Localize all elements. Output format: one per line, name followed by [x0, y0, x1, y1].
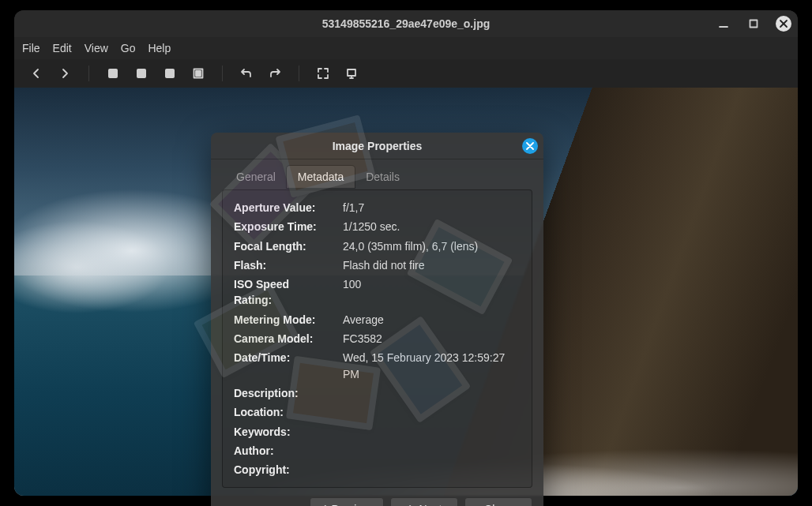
metadata-label: Date/Time:: [234, 350, 327, 382]
metadata-label: Location:: [234, 404, 327, 420]
metadata-row: Metering Mode:Average: [234, 310, 521, 329]
chevron-right-icon: [58, 67, 71, 80]
metadata-value: Flash did not fire: [343, 257, 425, 273]
menu-edit[interactable]: Edit: [53, 42, 72, 54]
metadata-label: Exposure Time:: [234, 219, 327, 234]
tab-metadata[interactable]: Metadata: [287, 166, 355, 188]
svg-rect-8: [141, 71, 142, 76]
menu-view[interactable]: View: [85, 42, 108, 54]
metadata-label: Focal Length:: [234, 238, 327, 254]
close-window-button[interactable]: [776, 16, 791, 32]
next-label: Next: [419, 503, 442, 506]
metadata-row: Camera Model:FC3582: [234, 329, 521, 348]
zoom-original-button[interactable]: [159, 62, 181, 84]
separator: [88, 66, 89, 81]
window-title: 53149855216_29ae47e09e_o.jpg: [322, 17, 491, 30]
metadata-value: 100: [343, 276, 361, 309]
close-icon: [777, 17, 790, 30]
metadata-label: Copyright:: [234, 462, 327, 478]
metadata-row: Copyright:: [234, 460, 521, 479]
metadata-row: Location:: [234, 403, 521, 422]
maximize-icon: [747, 17, 760, 30]
menu-help[interactable]: Help: [148, 42, 171, 54]
previous-image-button[interactable]: [25, 62, 47, 84]
metadata-row: Keywords:: [234, 422, 521, 441]
maximize-button[interactable]: [746, 16, 761, 32]
dialog-tabs: General Metadata Details: [211, 159, 543, 188]
rotate-right-icon: [269, 67, 281, 80]
zoom-in-button[interactable]: [130, 62, 152, 84]
window-titlebar: 53149855216_29ae47e09e_o.jpg: [14, 10, 798, 37]
close-label: Close: [484, 503, 513, 506]
metadata-row: Author:: [234, 441, 521, 460]
metadata-label: Author:: [234, 443, 327, 459]
close-button[interactable]: Close: [464, 497, 532, 506]
menu-bar: File Edit View Go Help: [14, 37, 798, 59]
slideshow-icon: [345, 67, 358, 80]
metadata-row: Date/Time:Wed, 15 February 2023 12:59:27…: [234, 348, 521, 384]
metadata-value: Average: [343, 312, 384, 328]
zoom-original-icon: [164, 67, 176, 80]
slideshow-button[interactable]: [340, 62, 363, 84]
dialog-titlebar: Image Properties: [211, 133, 543, 159]
window-controls: [716, 10, 791, 37]
rotate-left-icon: [240, 67, 253, 80]
tab-details[interactable]: Details: [355, 166, 411, 188]
fullscreen-icon: [317, 67, 329, 80]
dialog-close-button[interactable]: [522, 138, 538, 154]
separator: [299, 66, 299, 81]
toolbar: [14, 59, 798, 88]
metadata-panel: Aperture Value:f/1,7Exposure Time:1/1250…: [222, 189, 532, 488]
menu-go[interactable]: Go: [121, 42, 136, 54]
previous-button[interactable]: Previous: [310, 497, 384, 506]
metadata-label: Aperture Value:: [234, 200, 327, 216]
zoom-out-icon: [107, 67, 119, 80]
metadata-label: Camera Model:: [234, 331, 327, 347]
rotate-left-button[interactable]: [235, 62, 258, 84]
metadata-label: Keywords:: [234, 424, 327, 440]
image-properties-dialog: Image Properties General Metadata Detail…: [211, 133, 543, 506]
metadata-row: Flash:Flash did not fire: [234, 256, 521, 275]
next-button[interactable]: Next: [390, 497, 458, 506]
separator: [222, 66, 223, 81]
dialog-footer: Previous Next Close: [211, 497, 543, 506]
dialog-title: Image Properties: [333, 140, 423, 152]
metadata-label: ISO Speed Rating:: [234, 276, 327, 309]
svg-rect-5: [111, 73, 115, 74]
zoom-in-icon: [135, 67, 148, 80]
metadata-row: Aperture Value:f/1,7: [234, 198, 521, 217]
chevron-left-icon: [30, 67, 43, 80]
metadata-label: Metering Mode:: [234, 312, 327, 328]
zoom-out-button[interactable]: [102, 62, 124, 84]
svg-rect-12: [348, 69, 355, 76]
metadata-label: Description:: [234, 385, 327, 401]
close-icon: [526, 142, 534, 150]
metadata-row: ISO Speed Rating:100: [234, 275, 521, 310]
previous-label: Previous: [332, 503, 374, 506]
rotate-right-button[interactable]: [264, 62, 286, 84]
metadata-row: Focal Length:24,0 (35mm film), 6,7 (lens…: [234, 237, 521, 256]
metadata-label: Flash:: [234, 257, 327, 273]
minimize-icon: [717, 17, 730, 30]
menu-file[interactable]: File: [22, 42, 40, 54]
metadata-value: 1/1250 sec.: [343, 219, 400, 234]
metadata-row: Exposure Time:1/1250 sec.: [234, 217, 521, 236]
zoom-fit-button[interactable]: [187, 62, 209, 84]
zoom-fit-icon: [192, 67, 205, 80]
metadata-value: 24,0 (35mm film), 6,7 (lens): [343, 238, 478, 254]
fullscreen-button[interactable]: [312, 62, 334, 84]
metadata-value: Wed, 15 February 2023 12:59:27 PM: [343, 350, 521, 382]
metadata-value: f/1,7: [343, 200, 364, 216]
metadata-row: Description:: [234, 384, 521, 403]
metadata-value: FC3582: [343, 331, 382, 347]
svg-rect-11: [196, 71, 201, 76]
svg-rect-1: [750, 21, 757, 28]
next-image-button[interactable]: [54, 62, 76, 84]
minimize-button[interactable]: [716, 16, 731, 32]
tab-general[interactable]: General: [225, 166, 287, 188]
